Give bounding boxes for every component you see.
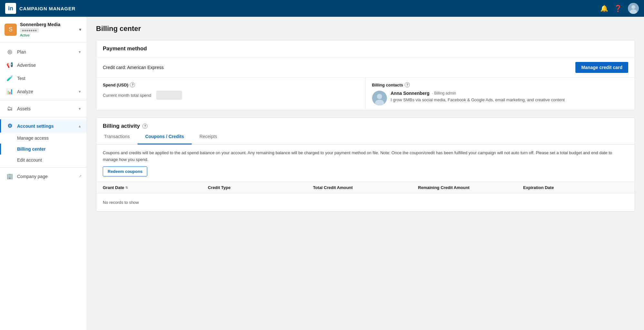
account-selector[interactable]: S Sonnenberg Media ●●●●●●● Active ▼ (0, 17, 87, 43)
th-remaining-credit-amount: Remaining Credit Amount (418, 185, 523, 190)
payment-method-bar: Credit card: American Express Manage cre… (96, 57, 635, 78)
billing-center-label: Billing center (17, 146, 46, 152)
sidebar-subitem-edit-account[interactable]: Edit account (0, 155, 87, 165)
account-settings-chevron-icon: ▲ (78, 124, 82, 128)
assets-icon: 🗂 (6, 105, 13, 112)
payment-method-card: Payment method Credit card: American Exp… (96, 40, 635, 110)
th-grant-date: Grant Date ⇅ (103, 185, 208, 190)
billing-contacts-help-icon[interactable]: ? (405, 82, 410, 87)
th-credit-type: Credit Type (208, 185, 313, 190)
sidebar-item-plan-label: Plan (17, 49, 74, 55)
sidebar-item-analyze-label: Analyze (17, 89, 74, 94)
app-title: CAMPAIGN MANAGER (19, 6, 75, 11)
help-icon[interactable]: ❓ (614, 5, 622, 12)
contact-name: Anna Sonnenberg (391, 91, 430, 96)
spend-billing-grid: Spend (USD) ? Current month total spend … (96, 78, 635, 110)
top-navigation: in CAMPAIGN MANAGER 🔔 ❓ (0, 0, 644, 17)
account-chevron-icon: ▼ (78, 27, 82, 32)
tab-transactions[interactable]: Transactions (96, 129, 138, 145)
manage-credit-card-button[interactable]: Manage credit card (575, 62, 628, 73)
billing-contacts-label: Billing contacts ? (372, 82, 629, 87)
billing-activity-header: Billing activity ? (96, 118, 635, 129)
sidebar-item-account-settings[interactable]: ⚙ Account settings ▲ (0, 119, 87, 133)
plan-icon: ◎ (6, 48, 13, 55)
external-link-icon: ↗ (79, 174, 82, 178)
account-settings-subitems: Manage access Billing center Edit accoun… (0, 133, 87, 165)
sidebar-item-company-page[interactable]: 🏢 Company page ↗ (0, 170, 87, 183)
analyze-icon: 📊 (6, 88, 13, 95)
sidebar-item-advertise[interactable]: 📢 Advertise (0, 58, 87, 72)
manage-access-label: Manage access (17, 135, 49, 141)
account-name: Sonnenberg Media (20, 22, 75, 27)
account-status: Active (20, 33, 75, 37)
company-page-icon: 🏢 (6, 173, 13, 180)
payment-method-header: Payment method (96, 40, 635, 57)
contact-bio: I grow SMBs via social media, Facebook &… (391, 97, 565, 103)
sidebar-item-advertise-label: Advertise (17, 63, 82, 68)
page-title: Billing center (96, 25, 635, 33)
sidebar-item-assets[interactable]: 🗂 Assets ▼ (0, 102, 87, 115)
sidebar-item-company-page-label: Company page (17, 174, 75, 179)
linkedin-logo[interactable]: in (5, 3, 16, 14)
th-total-credit-amount: Total Credit Amount (313, 185, 418, 190)
analyze-chevron-icon: ▼ (78, 90, 82, 94)
user-avatar[interactable] (628, 3, 639, 14)
tab-coupons-credits[interactable]: Coupons / Credits (138, 129, 192, 145)
current-month-label: Current month total spend (103, 93, 151, 98)
spend-help-icon[interactable]: ? (130, 82, 135, 87)
advertise-icon: 📢 (6, 62, 13, 68)
coupons-description-text: Coupons and credits will be applied to t… (103, 150, 612, 162)
coupons-description-section: Coupons and credits will be applied to t… (96, 145, 635, 182)
spend-value-placeholder (156, 91, 182, 100)
spend-label: Spend (USD) ? (103, 82, 359, 87)
billing-activity-tabs: Transactions Coupons / Credits Receipts (96, 129, 635, 145)
edit-account-label: Edit account (17, 157, 42, 163)
account-id: ●●●●●●● (20, 28, 39, 33)
sidebar-subitem-manage-access[interactable]: Manage access (0, 133, 87, 144)
sidebar-nav: ◎ Plan ▼ 📢 Advertise 🧪 Test 📊 Analyze ▼ … (0, 43, 87, 185)
redeem-coupons-button[interactable]: Redeem coupons (103, 166, 147, 176)
spend-row: Current month total spend (103, 91, 359, 100)
sidebar-subitem-billing-center[interactable]: Billing center (0, 144, 87, 155)
sidebar-item-assets-label: Assets (17, 106, 74, 111)
contact-details: Anna Sonnenberg · Billing admin I grow S… (391, 91, 565, 103)
notifications-icon[interactable]: 🔔 (600, 5, 608, 12)
main-content: Billing center Payment method Credit car… (87, 17, 644, 330)
account-settings-icon: ⚙ (6, 123, 13, 129)
coupons-table-header: Grant Date ⇅ Credit Type Total Credit Am… (96, 182, 635, 194)
th-expiration-date: Expiration Date (523, 185, 628, 190)
billing-activity-card: Billing activity ? Transactions Coupons … (96, 117, 635, 212)
sidebar-item-test-label: Test (17, 76, 82, 81)
contact-role: · Billing admin (432, 91, 456, 95)
credit-card-text: Credit card: American Express (103, 65, 164, 70)
tab-receipts[interactable]: Receipts (192, 129, 225, 145)
contact-avatar (372, 91, 387, 105)
table-empty-message: No records to show (96, 194, 635, 211)
sidebar-item-plan[interactable]: ◎ Plan ▼ (0, 45, 87, 58)
test-icon: 🧪 (6, 75, 13, 82)
sort-icon[interactable]: ⇅ (125, 186, 128, 189)
billing-activity-help-icon[interactable]: ? (142, 124, 148, 129)
topnav-right: 🔔 ❓ (600, 3, 639, 14)
topnav-left: in CAMPAIGN MANAGER (5, 3, 75, 14)
plan-chevron-icon: ▼ (78, 50, 82, 54)
billing-contacts-section: Billing contacts ? (366, 78, 635, 110)
account-info: Sonnenberg Media ●●●●●●● Active (20, 22, 75, 37)
svg-point-1 (631, 5, 635, 9)
svg-point-4 (377, 94, 382, 99)
sidebar-item-account-settings-label: Account settings (17, 124, 74, 129)
sidebar: S Sonnenberg Media ●●●●●●● Active ▼ ◎ Pl… (0, 17, 87, 330)
spend-section: Spend (USD) ? Current month total spend (96, 78, 366, 110)
billing-contact-row: Anna Sonnenberg · Billing admin I grow S… (372, 91, 629, 105)
sidebar-item-analyze[interactable]: 📊 Analyze ▼ (0, 85, 87, 98)
account-icon: S (5, 24, 17, 36)
sidebar-item-test[interactable]: 🧪 Test (0, 72, 87, 85)
assets-chevron-icon: ▼ (78, 107, 82, 111)
